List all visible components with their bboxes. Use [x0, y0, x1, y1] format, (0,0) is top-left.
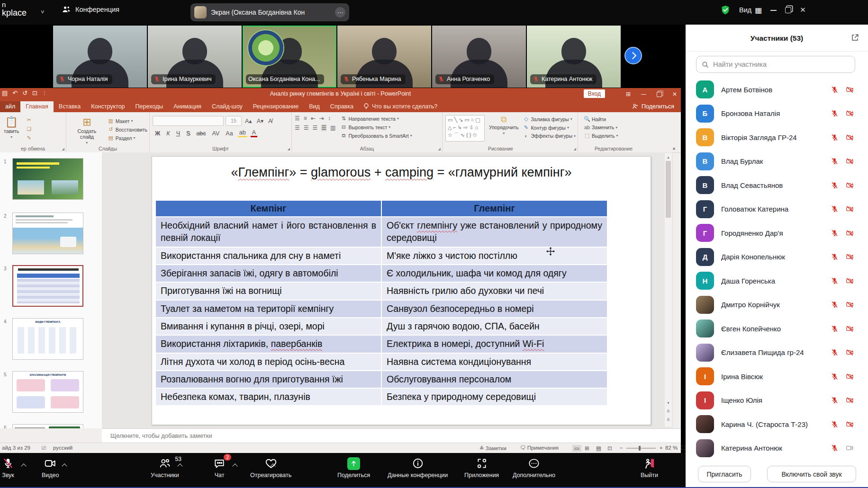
notes-pane[interactable]: Щелкните, чтобы добавить заметки: [102, 428, 681, 443]
slide-thumbnail-5[interactable]: КЛАСИФІКАЦІЯ ГЛЕМПІНГІВ: [12, 371, 83, 413]
chevron-up-icon[interactable]: [21, 463, 26, 469]
popout-icon[interactable]: [850, 33, 859, 42]
ribbon-tab-анимация[interactable]: Анимация: [168, 101, 207, 112]
slide-thumbnail-6[interactable]: ecoTOURISM: [12, 424, 83, 428]
scrollbar-thumb[interactable]: [666, 161, 671, 218]
participant-row[interactable]: ААртем Ботвінов: [686, 78, 868, 102]
slide-sorter-view-icon[interactable]: ⊞: [585, 445, 589, 452]
participant-row[interactable]: ВВікторія Загляда ГР-24: [686, 125, 868, 150]
invite-button[interactable]: Пригласить: [698, 466, 751, 482]
ribbon-tab-вставка[interactable]: Вставка: [54, 101, 86, 112]
slideshow-view-icon[interactable]: ⊡: [607, 445, 612, 452]
clear-format-icon[interactable]: А̸: [267, 118, 273, 124]
window-restore-button[interactable]: [785, 7, 791, 13]
next-slide-button[interactable]: ≚: [665, 417, 672, 422]
ppt-close-button[interactable]: ✕: [672, 91, 677, 98]
slide-thumbnail-1[interactable]: [12, 158, 83, 200]
highlight-color-icon[interactable]: ab: [238, 129, 247, 137]
arrange-button[interactable]: ⧉ Упорядочить▾: [488, 115, 519, 142]
chevron-up-icon[interactable]: [177, 463, 182, 469]
participant-row[interactable]: ІІрина Вівсюк: [686, 364, 868, 389]
current-slide[interactable]: «Глемпінг» = glamorous + camping = «глам…: [152, 156, 651, 425]
dialog-launcher-icon[interactable]: ◢: [574, 147, 576, 151]
participant-row[interactable]: ГГоловатюк Катерина: [686, 197, 868, 222]
ribbon-tab-справка[interactable]: Справка: [325, 101, 359, 112]
participant-row[interactable]: ІІщенко Юлія: [686, 389, 868, 413]
ppt-share-button[interactable]: Поделиться: [625, 101, 681, 112]
char-spacing-icon[interactable]: AV: [211, 130, 221, 137]
video-tile[interactable]: Ірина Мазуркевич: [148, 26, 242, 88]
tab-shared-screen[interactable]: Экран (Оксана Богданівна Кон ⋯: [190, 3, 349, 21]
normal-view-icon[interactable]: ▭: [572, 445, 581, 452]
text-direction-button[interactable]: ⇅Направление текста▾: [340, 115, 412, 122]
ribbon-tab-рецензирование[interactable]: Рецензирование: [248, 101, 304, 112]
toolbar-people-button[interactable]: 53Участники: [151, 457, 179, 479]
shape-fill-button[interactable]: ◇Заливка фигуры▾: [523, 116, 576, 122]
select-button[interactable]: ⬚Выделить▾: [584, 133, 649, 139]
security-shield-icon[interactable]: [720, 5, 731, 15]
next-page-button[interactable]: [624, 47, 642, 64]
participant-row[interactable]: Карина Ч. (Староста Т-23): [686, 412, 868, 436]
ribbon-tab-главная[interactable]: Главная: [20, 101, 54, 112]
zoom-in-icon[interactable]: +: [660, 445, 663, 451]
copy-icon[interactable]: ❏: [26, 126, 32, 132]
participant-row[interactable]: ВВлад Севастьянов: [686, 173, 868, 197]
shape-outline-button[interactable]: ✎Контур фигуры▾: [523, 124, 576, 131]
window-close-button[interactable]: ✕: [800, 6, 806, 14]
dialog-launcher-icon[interactable]: ◢: [288, 147, 290, 151]
slide-thumbnail-2[interactable]: [12, 213, 83, 254]
toolbar-share-button[interactable]: Поделиться: [337, 457, 370, 479]
bullets-icon[interactable]: ☰: [295, 115, 300, 122]
window-minimize-button[interactable]: [770, 9, 777, 11]
fit-to-window-icon[interactable]: ⛶: [681, 445, 685, 451]
ppt-minimize-button[interactable]: [641, 94, 646, 95]
shapes-gallery[interactable]: ▭╲↘▭○▢△⌐↳⇨⇩⌂☆⌒∿{}✩: [445, 115, 485, 142]
font-size-select[interactable]: 15: [226, 116, 242, 126]
video-tile[interactable]: Рябенька Марина: [337, 26, 431, 88]
toolbar-heart-button[interactable]: Отреагировать: [250, 457, 291, 479]
participant-row[interactable]: ГГородяненко Дар'я: [686, 221, 868, 245]
toolbar-info-button[interactable]: Данные конференции: [388, 457, 448, 479]
zoom-knob[interactable]: [639, 446, 641, 451]
italic-icon[interactable]: К: [165, 130, 171, 137]
participant-row[interactable]: Дмитро Корнійчук: [686, 293, 868, 317]
chevron-up-icon[interactable]: [232, 463, 237, 469]
chevron-up-icon[interactable]: [62, 463, 67, 469]
video-tile[interactable]: Анна Рогаченко: [432, 26, 526, 88]
tab-conference[interactable]: Конференция: [62, 5, 119, 14]
grow-font-icon[interactable]: А▴: [244, 117, 253, 124]
dialog-launcher-icon[interactable]: ◢: [438, 147, 441, 151]
video-tile[interactable]: Оксана Богданівна Кона...: [243, 26, 336, 88]
video-tile[interactable]: Катерина Антонюк: [527, 26, 621, 88]
toolbar-camera-button[interactable]: Видео: [42, 457, 59, 479]
ribbon-tab-слайд-шоу[interactable]: Слайд-шоу: [207, 101, 248, 112]
font-color-icon[interactable]: А: [251, 129, 257, 137]
layout-button[interactable]: ▥Макет▾: [108, 118, 147, 124]
ppt-restore-button[interactable]: [657, 92, 662, 97]
tab-more-icon[interactable]: ⋯: [335, 7, 345, 18]
video-tile[interactable]: Чорна Наталія: [53, 26, 147, 88]
zoom-slider[interactable]: [626, 448, 656, 449]
bold-icon[interactable]: Ж: [154, 130, 162, 137]
numbering-icon[interactable]: ≡: [304, 115, 307, 122]
decrease-indent-icon[interactable]: ⇤: [311, 115, 316, 122]
comments-toggle[interactable]: 🗨 Примечания: [520, 445, 559, 451]
collapse-ribbon-icon[interactable]: ▲: [672, 146, 676, 151]
ribbon-tab-вид[interactable]: Вид: [304, 101, 325, 112]
align-right-icon[interactable]: ☰: [313, 124, 318, 131]
toolbar-leave-button[interactable]: Выйти: [641, 457, 658, 479]
new-slide-button[interactable]: ⊞ Создать слайд▾: [69, 115, 105, 147]
paste-button[interactable]: 📋 тавить▾: [1, 115, 22, 141]
slide-thumbnail-3[interactable]: [12, 265, 83, 307]
participant-row[interactable]: Єлизавета Пищида гр-24: [686, 341, 868, 365]
align-left-icon[interactable]: ☰: [295, 124, 300, 131]
slide-title[interactable]: «Глемпінг» = glamorous + camping = «глам…: [152, 165, 651, 180]
ribbon-tab-переходы[interactable]: Переходы: [130, 101, 169, 112]
shape-effects-button[interactable]: ◐Эффекты фигуры▾: [523, 133, 576, 139]
notes-toggle[interactable]: ≙ Заметки: [479, 445, 506, 452]
replace-button[interactable]: abЗаменить▾: [584, 124, 649, 130]
zoom-out-icon[interactable]: −: [620, 445, 623, 451]
participant-row[interactable]: Євген Копейченко: [686, 317, 868, 341]
spellcheck-icon[interactable]: ⎚: [42, 445, 46, 451]
zoom-level[interactable]: 82 %: [665, 445, 678, 451]
